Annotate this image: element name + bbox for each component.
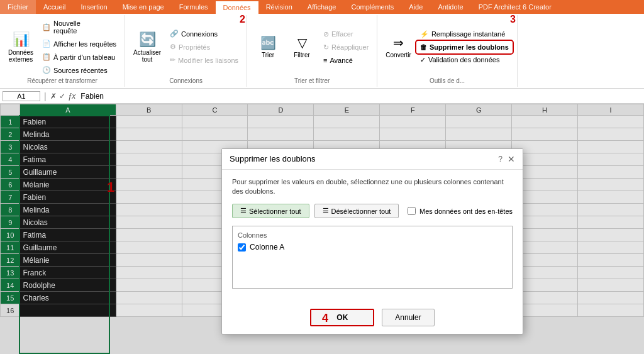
ribbon-group-trier: 🔤 Trier ▽ Filtrer ⊘ Effacer ↻ Réapplique… [247,15,377,87]
modal-title: Supprimer les doublons [230,154,316,163]
validation-icon: ✓ [420,56,426,64]
remplissage-icon: ⚡ [420,30,429,38]
modal-overlay: Supprimer les doublons ? ✕ Pour supprime… [0,104,644,354]
formula-divider: | [44,91,47,101]
validation-button[interactable]: ✓ Validation des données [417,54,512,66]
tab-fichier[interactable]: Fichier [0,0,36,14]
tab-accueil[interactable]: Accueil [36,0,73,14]
supprimer-doublons-button[interactable]: 🗑 Supprimer les doublons [417,41,512,53]
proprietes-button[interactable]: ⚙ Propriétés [167,41,242,53]
tab-revision[interactable]: Révision [258,0,300,14]
columns-label: Colonnes [238,231,507,239]
connexions-icon: 🔗 [170,30,179,38]
sources-icon: 🕒 [42,66,51,74]
fx-symbol: ƒx [68,92,76,101]
afficher-icon: 📄 [42,40,51,48]
help-icon[interactable]: ? [498,155,502,163]
outils-label: Outils de d... [430,76,465,84]
liaisons-icon: ✏ [170,56,175,64]
column-a-item: Colonne A [238,243,507,252]
ribbon-content: 📊 Données externes 📋 Nouvelle requête 📄 … [0,14,644,89]
effacer-button[interactable]: ⊘ Effacer [320,28,372,40]
avance-icon: ≡ [323,57,327,64]
tab-insertion[interactable]: Insertion [73,0,114,14]
formula-bar: | ✗ ✓ ƒx [0,89,644,104]
deselect-all-button[interactable]: ☰ Désélectionner tout [314,204,399,218]
ribbon-group-outils: 3 ⇒ Convertir ⚡ Remplissage instantané 🗑… [377,15,517,87]
column-a-checkbox[interactable] [238,243,246,252]
convertir-icon: ⇒ [393,35,404,50]
modal-body: Pour supprimer les valeurs en double, sé… [222,170,523,304]
checkmark-label: ✓ [59,92,65,101]
trier-icon: 🔤 [260,35,276,50]
step3-badge: 3 [510,14,516,25]
tab-complements[interactable]: Compléments [343,0,401,14]
cell-reference-input[interactable] [3,91,40,101]
en-tetes-checkbox-row: Mes données ont des en-têtes [408,207,513,215]
trier-button[interactable]: 🔤 Trier [252,33,284,60]
connexions-button[interactable]: 🔗 Connexions [167,28,242,40]
trier-label: Trier et filtrer [294,76,330,84]
effacer-icon: ⊘ [323,30,329,38]
connexions-buttons: 🔄 Actualiser tout 🔗 Connexions ⚙ Proprié… [130,18,242,76]
step4-badge: 4 [322,312,328,325]
formula-input[interactable] [78,91,641,101]
fx-label: ✗ [50,92,57,101]
tab-donnees[interactable]: Données [216,0,258,14]
remplissage-button[interactable]: ⚡ Remplissage instantané [417,28,512,40]
tableau-icon: 📋 [42,53,51,61]
donnees-externes-button[interactable]: 📊 Données externes [5,30,36,65]
tab-antidote[interactable]: Antidote [430,0,470,14]
step2-badge: 2 [240,14,245,25]
en-tetes-label: Mes données ont des en-têtes [419,207,513,215]
ribbon-group-connexions: 2 🔄 Actualiser tout 🔗 Connexions ⚙ Propr… [125,15,247,87]
a-partir-tableau-button[interactable]: 📋 À partir d'un tableau [39,51,119,63]
tab-aide[interactable]: Aide [401,0,430,14]
connexions-label: Connexions [169,76,203,84]
deselect-all-label: Désélectionner tout [331,207,391,215]
tab-affichage[interactable]: Affichage [300,0,344,14]
filtrer-icon: ▽ [297,35,307,50]
proprietes-icon: ⚙ [170,43,176,51]
sources-recentes-button[interactable]: 🕒 Sources récentes [39,64,119,76]
spreadsheet-container: A B C D E F G H I 1Fabien2Melinda3Nicola… [0,104,644,354]
select-all-label: Sélectionner tout [249,207,301,215]
outils-buttons: ⇒ Convertir ⚡ Remplissage instantané 🗑 S… [382,18,511,76]
supprimer-doublons-modal: Supprimer les doublons ? ✕ Pour supprime… [221,148,523,335]
actualiser-tout-button[interactable]: 🔄 Actualiser tout [130,30,164,65]
ok-button[interactable]: OK [310,309,374,326]
select-all-icon: ☰ [240,207,247,215]
tab-pdf-architect[interactable]: PDF Architect 6 Creator [471,0,559,14]
recuperer-buttons: 📊 Données externes 📋 Nouvelle requête 📄 … [5,18,119,76]
column-a-label: Colonne A [250,243,284,252]
modal-header: Supprimer les doublons ? ✕ [222,149,523,170]
convertir-button[interactable]: ⇒ Convertir [382,33,414,60]
columns-box: Colonnes Colonne A [232,226,513,289]
modal-header-icons: ? ✕ [498,154,515,164]
ribbon-group-recuperer: 📊 Données externes 📋 Nouvelle requête 📄 … [0,15,125,87]
deselect-all-icon: ☰ [323,207,329,215]
ribbon-tabs: Fichier Accueil Insertion Mise en page F… [0,0,644,14]
avance-button[interactable]: ≡ Avancé [320,55,372,66]
recuperer-label: Récupérer et transformer [27,76,97,84]
reappliquer-icon: ↻ [323,43,329,52]
tab-formules[interactable]: Formules [172,0,216,14]
select-all-button[interactable]: ☰ Sélectionner tout [232,204,309,218]
cancel-button[interactable]: Annuler [382,309,434,326]
modal-footer: 4 OK Annuler [222,304,523,334]
en-tetes-checkbox[interactable] [408,207,416,215]
nouvelle-requete-button[interactable]: 📋 Nouvelle requête [39,18,119,36]
requete-icon: 📋 [42,23,51,31]
actualiser-icon: 🔄 [139,31,156,48]
tab-mise-en-page[interactable]: Mise en page [115,0,172,14]
modal-buttons-row: ☰ Sélectionner tout ☰ Désélectionner tou… [232,204,513,218]
modal-description: Pour supprimer les valeurs en double, sé… [232,177,513,197]
filtrer-button[interactable]: ▽ Filtrer [286,33,318,60]
donnees-externes-icon: 📊 [13,31,30,48]
main-area: A B C D E F G H I 1Fabien2Melinda3Nicola… [0,104,644,354]
reappliquer-button[interactable]: ↻ Réappliquer [320,41,372,53]
trier-buttons: 🔤 Trier ▽ Filtrer ⊘ Effacer ↻ Réapplique… [252,18,372,76]
afficher-requetes-button[interactable]: 📄 Afficher les requêtes [39,38,119,50]
modifier-liaisons-button[interactable]: ✏ Modifier les liaisons [167,54,242,66]
modal-close-button[interactable]: ✕ [508,154,515,164]
